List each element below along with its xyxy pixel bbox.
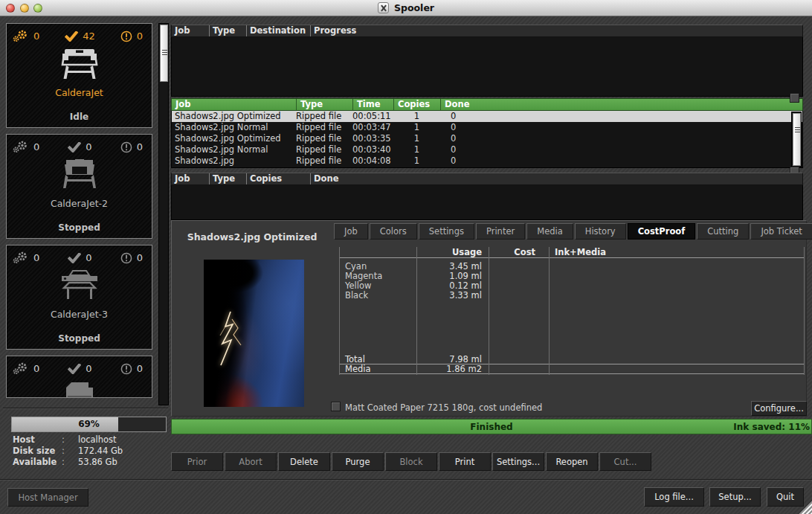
jobs-table-header[interactable]: Job Type Time Copies Done: [171, 98, 803, 111]
prior-button[interactable]: Prior: [171, 452, 223, 471]
printer-counters: 0 0 0: [7, 245, 152, 264]
job-row[interactable]: Shadows2.jpg Optimized Ripped file 00:05…: [172, 111, 802, 122]
costproof-header: Usage Cost Ink+Media: [340, 247, 804, 258]
column-type[interactable]: Type: [209, 25, 246, 36]
job-row[interactable]: Shadows2.jpg Optimized Ripped file 00:03…: [172, 133, 802, 144]
ink-row-yellow: Yellow 0.12 ml: [340, 281, 804, 291]
column-done[interactable]: Done: [310, 173, 802, 184]
spool-table-header[interactable]: Job Type Destination Progress: [171, 25, 803, 37]
printer-icon: [7, 159, 152, 195]
printer-list-scrollbar[interactable]: [158, 23, 169, 405]
configure-button[interactable]: Configure...: [751, 401, 807, 416]
delete-button[interactable]: Delete: [278, 452, 330, 471]
job-type: Ripped file: [296, 144, 352, 155]
column-job[interactable]: Job: [172, 173, 209, 184]
tab-settings[interactable]: Settings: [419, 223, 474, 240]
printer-card-calderajet-3[interactable]: 0 0 0 CalderaJet-3 Stopped: [6, 245, 152, 350]
job-time: 00:03:47: [352, 122, 393, 133]
job-row[interactable]: Shadows2.jpg Normal Ripped file 00:03:47…: [172, 122, 802, 133]
tab-cutting[interactable]: Cutting: [697, 223, 749, 240]
available-colon: :: [62, 457, 78, 468]
column-time[interactable]: Time: [352, 99, 393, 110]
job-copies: 1: [393, 155, 440, 167]
error-counter: 0: [120, 141, 143, 153]
done-counter: 0: [68, 363, 91, 374]
column-job[interactable]: Job: [172, 99, 296, 110]
left-divider: [3, 408, 168, 408]
printer-list-scrollbar-thumb[interactable]: [160, 25, 168, 82]
host-manager-button[interactable]: Host Manager: [7, 488, 88, 507]
printer-card-calderajet[interactable]: 0 42 0 CalderaJet Idle: [6, 23, 152, 128]
processing-counter: 0: [13, 362, 39, 375]
log-file-button[interactable]: Log file...: [644, 487, 704, 507]
zoom-window-button[interactable]: [33, 4, 42, 13]
tab-costproof[interactable]: CostProof: [628, 223, 696, 240]
tab-colors[interactable]: Colors: [370, 223, 417, 240]
jobs-table-body: Shadows2.jpg Optimized Ripped file 00:05…: [171, 111, 803, 168]
column-destination[interactable]: Destination: [246, 25, 310, 36]
error-counter: 0: [120, 252, 143, 264]
jobs-scrollbar[interactable]: [791, 112, 802, 167]
available-label: Available: [13, 457, 62, 468]
column-progress[interactable]: Progress: [310, 25, 802, 36]
done-counter: 0: [68, 141, 91, 152]
processing-count: 0: [33, 141, 39, 152]
ink-usage: 3.33 ml: [416, 291, 489, 301]
splitter-handle-preview[interactable]: [331, 402, 341, 411]
tab-printer[interactable]: Printer: [476, 223, 525, 240]
error-count: 0: [137, 30, 143, 42]
column-type[interactable]: Type: [209, 173, 246, 184]
print-button[interactable]: Print: [439, 452, 491, 471]
job-done: 0: [440, 133, 802, 144]
job-name: Shadows2.jpg: [172, 155, 296, 167]
printer-card-calderajet-2[interactable]: 0 0 0 CalderaJet-2 Stopped: [6, 134, 152, 239]
settings-button[interactable]: Settings...: [492, 452, 544, 471]
check-icon: [65, 31, 78, 42]
cut-button[interactable]: Cut...: [599, 452, 651, 471]
column-done[interactable]: Done: [440, 99, 802, 110]
job-row[interactable]: Shadows2.jpg Ripped file 00:04:08 1 0: [172, 155, 802, 167]
jobs-scrollbar-thumb[interactable]: [793, 113, 801, 166]
column-usage: Usage: [416, 247, 489, 257]
job-copies: 1: [393, 122, 440, 133]
action-button-row: Prior Abort Delete Purge Block Print Set…: [171, 452, 651, 471]
column-type[interactable]: Type: [296, 99, 352, 110]
media-label: Media: [340, 364, 416, 373]
processing-counter: 0: [13, 30, 39, 42]
job-done: 0: [440, 144, 802, 155]
printed-table-header[interactable]: Job Type Copies Done: [171, 173, 803, 185]
disk-size-value: 172.44 Gb: [78, 446, 123, 457]
quit-button[interactable]: Quit: [767, 487, 804, 507]
purge-button[interactable]: Purge: [332, 452, 384, 471]
error-counter: 0: [120, 363, 143, 375]
printer-card-4[interactable]: 0 0 0: [6, 356, 152, 398]
done-count: 0: [86, 252, 91, 263]
abort-button[interactable]: Abort: [225, 452, 277, 471]
title-bar: Spooler: [0, 0, 812, 16]
splitter-handle-top[interactable]: [790, 93, 799, 103]
printed-table-body[interactable]: [171, 185, 803, 220]
tab-job[interactable]: Job: [334, 223, 368, 240]
column-job[interactable]: Job: [172, 25, 209, 36]
job-preview-thumbnail[interactable]: [204, 260, 304, 407]
column-copies[interactable]: Copies: [393, 99, 440, 110]
printer-icon: [7, 48, 152, 84]
job-done: 0: [440, 111, 802, 122]
error-count: 0: [137, 141, 143, 152]
gears-icon: [13, 362, 29, 375]
tab-job-ticket[interactable]: Job Ticket: [750, 223, 812, 240]
reopen-button[interactable]: Reopen: [546, 452, 598, 471]
spool-table-body[interactable]: [171, 37, 803, 97]
job-type: Ripped file: [296, 155, 352, 167]
column-copies[interactable]: Copies: [246, 173, 310, 184]
job-row[interactable]: Shadows2.jpg Normal Ripped file 00:03:40…: [172, 144, 802, 155]
minimize-window-button[interactable]: [20, 4, 29, 13]
block-button[interactable]: Block: [385, 452, 437, 471]
tab-media[interactable]: Media: [526, 223, 573, 240]
setup-button[interactable]: Setup...: [709, 487, 761, 507]
tab-history[interactable]: History: [575, 223, 626, 240]
check-icon: [68, 142, 81, 152]
close-window-button[interactable]: [6, 4, 15, 13]
ink-name: Magenta: [340, 272, 416, 281]
done-count: 42: [83, 30, 95, 42]
